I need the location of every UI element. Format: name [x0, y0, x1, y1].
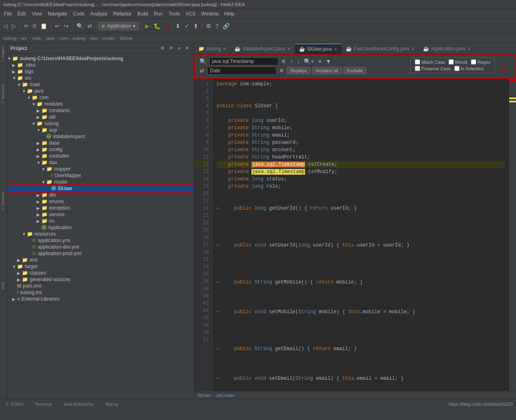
menu-file[interactable]: File	[2, 10, 14, 17]
tree-usermapper[interactable]: Ⅰ UserMapper	[7, 172, 194, 179]
tab-application[interactable]: ☕ Application.java ✕	[419, 43, 475, 54]
tree-modules[interactable]: ▼ 📁 modules	[7, 101, 194, 107]
toolbar-stop-btn[interactable]: ■	[163, 22, 169, 30]
nav-dao[interactable]: dao	[90, 36, 98, 41]
toolbar-external-btn[interactable]: 🔗	[221, 22, 231, 30]
tree-target[interactable]: ▼ 📁 target	[7, 263, 194, 270]
tree-resources[interactable]: ▼ 📁 resources	[7, 231, 194, 237]
replace-icon-btn[interactable]: ⇄	[198, 67, 206, 74]
fold-40[interactable]: +	[217, 375, 221, 383]
tree-exception[interactable]: ▶ 📁 exception	[7, 205, 194, 211]
code-content[interactable]: package com.sample; public class SlUser …	[212, 79, 509, 391]
tree-enums[interactable]: ▶ 📁 enums	[7, 198, 194, 205]
tree-vo[interactable]: ▶ 📁 vo	[7, 218, 194, 224]
replace-input[interactable]	[207, 67, 276, 75]
vtab-favorites[interactable]: 2: Favorites	[0, 188, 7, 214]
tree-validate-aspect[interactable]: 🅒 ValidateAspect	[7, 133, 194, 140]
toolbar-redo-btn[interactable]: ↪	[62, 22, 70, 30]
vtab-structure[interactable]: 2: Structure	[0, 81, 7, 107]
find-in-files-btn[interactable]: 🔍+	[303, 58, 315, 65]
preserve-case-checkbox[interactable]	[415, 66, 420, 71]
menu-edit[interactable]: Edit	[15, 10, 28, 17]
bottom-tab-terminal[interactable]: Terminal	[33, 401, 54, 407]
toolbar-paste-btn[interactable]: 📋	[39, 22, 49, 30]
tree-sulong-pkg[interactable]: ▼ 📁 sulong	[7, 120, 194, 127]
tree-util[interactable]: ▶ 📁 util	[7, 114, 194, 120]
toolbar-vcs-update-btn[interactable]: ⬇	[174, 22, 182, 30]
tree-service[interactable]: ▶ 📁 service	[7, 211, 194, 218]
replace-clear-btn[interactable]: ✕	[278, 67, 285, 74]
tab-sluser[interactable]: ☕ SlUser.java ✕	[295, 43, 342, 54]
menu-navigate[interactable]: Navigate	[46, 10, 69, 17]
project-gear-btn[interactable]: ⚙	[159, 45, 166, 52]
tree-external-libs[interactable]: ▶ ≡ External Libraries	[7, 296, 194, 302]
find-icon-btn[interactable]: 🔍	[198, 58, 208, 65]
tree-dto[interactable]: ▶ 📁 dto	[7, 192, 194, 198]
toolbar-debug-btn[interactable]: 🐛	[152, 22, 162, 30]
project-close-btn[interactable]: ✕	[184, 45, 191, 52]
bottom-tab-spring[interactable]: Spring	[103, 401, 121, 407]
words-checkbox[interactable]	[449, 59, 454, 65]
vtab-web[interactable]: Web	[0, 279, 7, 292]
menu-build[interactable]: Build	[135, 10, 151, 17]
menu-analyze[interactable]: Analyze	[88, 10, 110, 17]
nav-model[interactable]: model	[102, 36, 115, 41]
toolbar-cut-btn[interactable]: ✂	[22, 22, 30, 30]
in-selection-option[interactable]: In Selection	[454, 66, 484, 71]
menu-window[interactable]: Window	[199, 10, 221, 17]
vtab-project[interactable]: 1: Project	[0, 43, 7, 65]
tab-sulong[interactable]: 📁 sulong ✕	[194, 43, 230, 54]
find-prev-btn[interactable]: ↑	[289, 58, 294, 65]
tab-validate-close[interactable]: ✕	[287, 47, 291, 51]
find-filter-btn[interactable]: ▼	[324, 58, 332, 65]
tree-dao[interactable]: ▼ 📁 dao	[7, 159, 194, 166]
tree-pom[interactable]: M pom.xml	[7, 283, 194, 289]
tree-model[interactable]: ▼ 📁 model	[7, 179, 194, 185]
toolbar-vcs-push-btn[interactable]: ⬆	[192, 22, 200, 30]
nav-java[interactable]: java	[46, 36, 54, 41]
tree-application-prod-yml[interactable]: ⚙ application-prod.yml	[7, 250, 194, 257]
menu-tools[interactable]: Tools	[166, 10, 182, 17]
tree-sluser[interactable]: 🅒 SlUser 1	[7, 185, 194, 192]
menu-code[interactable]: Code	[70, 10, 87, 17]
fold-22[interactable]: +	[217, 242, 221, 249]
tree-controller[interactable]: ▶ 📁 controller	[7, 153, 194, 159]
match-case-option[interactable]: Match Case	[415, 59, 445, 65]
search-input[interactable]	[209, 57, 278, 65]
words-option[interactable]: Words	[449, 59, 468, 65]
run-config-selector[interactable]: ▶ Application ▾	[98, 22, 139, 30]
toolbar-back-btn[interactable]: ◁	[2, 22, 9, 30]
fold-31[interactable]: +	[217, 309, 221, 316]
tree-root[interactable]: ▼ 📁 sulong C:\Users\HASEE\IdeaProjects\s…	[7, 55, 194, 62]
fold-27[interactable]: +	[217, 279, 221, 286]
project-collapse-btn[interactable]: ≡	[176, 45, 182, 52]
breadcrumb-cstcreate[interactable]: cstCreate	[216, 393, 235, 398]
tree-mapper[interactable]: ▼ 📁 mapper	[7, 166, 194, 172]
nav-sulong2[interactable]: sulong	[72, 36, 85, 41]
tree-test[interactable]: ▶ 📁 test	[7, 257, 194, 263]
tree-application[interactable]: 🅒 Application	[7, 224, 194, 231]
tab-fastjson[interactable]: ☕ FastJsonBeanConfig.java ✕	[342, 43, 419, 54]
tab-sulong-close[interactable]: ✕	[223, 47, 226, 51]
tree-generated-sources[interactable]: ▶ 📁 generated-sources	[7, 276, 194, 283]
exclude-btn[interactable]: Exclude	[343, 67, 366, 74]
toolbar-run-btn[interactable]: ▶	[143, 22, 151, 30]
tab-application-close[interactable]: ✕	[467, 47, 470, 51]
toolbar-forward-btn[interactable]: ▷	[10, 22, 18, 30]
toolbar-settings-btn[interactable]: ⚙	[204, 22, 213, 30]
tree-src[interactable]: ▼ 📁 src	[7, 75, 194, 81]
project-sync-btn[interactable]: ⟳	[168, 45, 175, 52]
tree-idea[interactable]: ▶ 📁 .idea	[7, 62, 194, 68]
tree-iml[interactable]: I sulong.iml	[7, 289, 194, 296]
tree-aop[interactable]: ▼ 📁 aop	[7, 127, 194, 133]
tab-fastjson-close[interactable]: ✕	[411, 47, 414, 51]
nav-sulong[interactable]: sulong	[3, 36, 16, 41]
tab-sluser-close[interactable]: ✕	[334, 47, 337, 52]
toolbar-help-btn[interactable]: ?	[214, 22, 220, 30]
regex-checkbox[interactable]	[471, 59, 476, 65]
menu-refactor[interactable]: Refactor	[111, 10, 134, 17]
preserve-case-option[interactable]: Preserve Case	[415, 66, 451, 71]
nav-com[interactable]: com	[59, 36, 68, 41]
tree-classes[interactable]: ▶ 📁 classes	[7, 270, 194, 276]
replace-btn[interactable]: Replace	[287, 67, 310, 74]
